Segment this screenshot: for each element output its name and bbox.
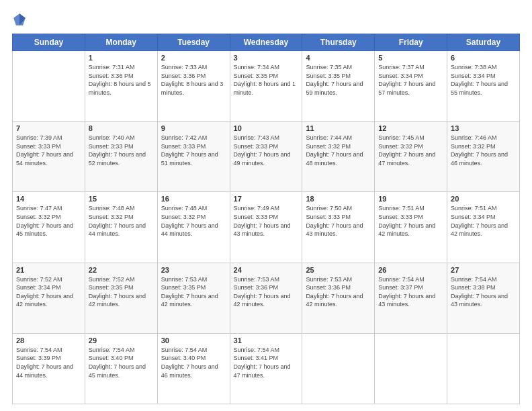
day-number: 8 xyxy=(89,124,154,132)
day-info: Sunrise: 7:49 AMSunset: 3:33 PMDaylight:… xyxy=(234,204,299,238)
day-number: 27 xyxy=(451,266,516,274)
calendar-cell xyxy=(302,333,375,404)
day-info: Sunrise: 7:54 AMSunset: 3:39 PMDaylight:… xyxy=(16,346,81,379)
calendar-cell: 29Sunrise: 7:54 AMSunset: 3:40 PMDayligh… xyxy=(85,333,157,404)
calendar-cell: 11Sunrise: 7:44 AMSunset: 3:32 PMDayligh… xyxy=(302,122,375,192)
calendar-week-row: 28Sunrise: 7:54 AMSunset: 3:39 PMDayligh… xyxy=(13,333,520,404)
day-number: 20 xyxy=(451,195,516,203)
day-info: Sunrise: 7:54 AMSunset: 3:37 PMDaylight:… xyxy=(378,275,443,309)
day-number: 19 xyxy=(378,195,443,203)
day-info: Sunrise: 7:33 AMSunset: 3:36 PMDaylight:… xyxy=(161,63,226,97)
calendar-week-row: 7Sunrise: 7:39 AMSunset: 3:33 PMDaylight… xyxy=(13,122,520,192)
day-number: 7 xyxy=(16,124,81,132)
day-number: 3 xyxy=(234,54,299,62)
day-number: 17 xyxy=(234,195,299,203)
day-info: Sunrise: 7:54 AMSunset: 3:38 PMDaylight:… xyxy=(451,275,516,309)
day-info: Sunrise: 7:48 AMSunset: 3:32 PMDaylight:… xyxy=(161,204,226,238)
day-info: Sunrise: 7:31 AMSunset: 3:36 PMDaylight:… xyxy=(89,63,154,97)
calendar-cell: 30Sunrise: 7:54 AMSunset: 3:40 PMDayligh… xyxy=(157,333,230,404)
calendar-week-row: 14Sunrise: 7:47 AMSunset: 3:32 PMDayligh… xyxy=(13,192,520,263)
day-info: Sunrise: 7:39 AMSunset: 3:33 PMDaylight:… xyxy=(16,134,81,167)
calendar-cell: 17Sunrise: 7:49 AMSunset: 3:33 PMDayligh… xyxy=(230,192,302,263)
day-info: Sunrise: 7:47 AMSunset: 3:32 PMDaylight:… xyxy=(16,204,81,238)
day-info: Sunrise: 7:42 AMSunset: 3:33 PMDaylight:… xyxy=(161,134,226,167)
calendar-cell: 7Sunrise: 7:39 AMSunset: 3:33 PMDaylight… xyxy=(13,122,85,192)
day-number: 31 xyxy=(234,336,299,345)
calendar-week-row: 21Sunrise: 7:52 AMSunset: 3:34 PMDayligh… xyxy=(13,263,520,333)
calendar-cell: 2Sunrise: 7:33 AMSunset: 3:36 PMDaylight… xyxy=(157,51,230,122)
day-info: Sunrise: 7:53 AMSunset: 3:36 PMDaylight:… xyxy=(234,275,299,309)
calendar-cell: 19Sunrise: 7:51 AMSunset: 3:33 PMDayligh… xyxy=(375,192,447,263)
day-info: Sunrise: 7:38 AMSunset: 3:34 PMDaylight:… xyxy=(451,63,516,97)
day-number: 9 xyxy=(161,124,226,132)
calendar-cell: 24Sunrise: 7:53 AMSunset: 3:36 PMDayligh… xyxy=(230,263,302,333)
day-info: Sunrise: 7:50 AMSunset: 3:33 PMDaylight:… xyxy=(306,204,371,238)
weekday-header: Monday xyxy=(85,34,157,51)
day-info: Sunrise: 7:54 AMSunset: 3:41 PMDaylight:… xyxy=(234,346,299,379)
weekday-header: Tuesday xyxy=(157,34,230,51)
calendar-cell: 26Sunrise: 7:54 AMSunset: 3:37 PMDayligh… xyxy=(375,263,447,333)
day-info: Sunrise: 7:53 AMSunset: 3:36 PMDaylight:… xyxy=(306,275,371,309)
day-number: 5 xyxy=(378,54,443,62)
day-info: Sunrise: 7:52 AMSunset: 3:35 PMDaylight:… xyxy=(89,275,154,309)
day-info: Sunrise: 7:45 AMSunset: 3:32 PMDaylight:… xyxy=(378,134,443,167)
calendar-cell: 5Sunrise: 7:37 AMSunset: 3:34 PMDaylight… xyxy=(375,51,447,122)
calendar-cell: 27Sunrise: 7:54 AMSunset: 3:38 PMDayligh… xyxy=(447,263,520,333)
calendar-cell: 15Sunrise: 7:48 AMSunset: 3:32 PMDayligh… xyxy=(85,192,157,263)
calendar-cell: 22Sunrise: 7:52 AMSunset: 3:35 PMDayligh… xyxy=(85,263,157,333)
day-number: 12 xyxy=(378,124,443,132)
calendar-cell: 31Sunrise: 7:54 AMSunset: 3:41 PMDayligh… xyxy=(230,333,302,404)
calendar-cell: 14Sunrise: 7:47 AMSunset: 3:32 PMDayligh… xyxy=(13,192,85,263)
calendar-cell: 21Sunrise: 7:52 AMSunset: 3:34 PMDayligh… xyxy=(13,263,85,333)
day-info: Sunrise: 7:54 AMSunset: 3:40 PMDaylight:… xyxy=(89,346,154,379)
day-info: Sunrise: 7:51 AMSunset: 3:33 PMDaylight:… xyxy=(378,204,443,238)
day-info: Sunrise: 7:37 AMSunset: 3:34 PMDaylight:… xyxy=(378,63,443,97)
calendar-cell xyxy=(13,51,85,122)
day-info: Sunrise: 7:46 AMSunset: 3:32 PMDaylight:… xyxy=(451,134,516,167)
day-number: 29 xyxy=(89,336,154,345)
day-number: 4 xyxy=(306,54,371,62)
day-number: 28 xyxy=(16,336,81,345)
day-number: 14 xyxy=(16,195,81,203)
calendar-table: SundayMondayTuesdayWednesdayThursdayFrid… xyxy=(12,34,520,404)
day-number: 1 xyxy=(89,54,154,62)
calendar-cell: 10Sunrise: 7:43 AMSunset: 3:33 PMDayligh… xyxy=(230,122,302,192)
calendar-cell: 1Sunrise: 7:31 AMSunset: 3:36 PMDaylight… xyxy=(85,51,157,122)
day-info: Sunrise: 7:51 AMSunset: 3:34 PMDaylight:… xyxy=(451,204,516,238)
day-info: Sunrise: 7:48 AMSunset: 3:32 PMDaylight:… xyxy=(89,204,154,238)
weekday-header: Sunday xyxy=(13,34,85,51)
calendar-cell xyxy=(375,333,447,404)
calendar-cell: 18Sunrise: 7:50 AMSunset: 3:33 PMDayligh… xyxy=(302,192,375,263)
calendar-cell: 28Sunrise: 7:54 AMSunset: 3:39 PMDayligh… xyxy=(13,333,85,404)
calendar-cell: 3Sunrise: 7:34 AMSunset: 3:35 PMDaylight… xyxy=(230,51,302,122)
calendar-cell xyxy=(447,333,520,404)
calendar-cell: 20Sunrise: 7:51 AMSunset: 3:34 PMDayligh… xyxy=(447,192,520,263)
day-info: Sunrise: 7:43 AMSunset: 3:33 PMDaylight:… xyxy=(234,134,299,167)
logo-icon xyxy=(12,12,27,27)
calendar-cell: 8Sunrise: 7:40 AMSunset: 3:33 PMDaylight… xyxy=(85,122,157,192)
day-info: Sunrise: 7:34 AMSunset: 3:35 PMDaylight:… xyxy=(234,63,299,97)
calendar-week-row: 1Sunrise: 7:31 AMSunset: 3:36 PMDaylight… xyxy=(13,51,520,122)
calendar-cell: 9Sunrise: 7:42 AMSunset: 3:33 PMDaylight… xyxy=(157,122,230,192)
day-number: 10 xyxy=(234,124,299,132)
day-info: Sunrise: 7:52 AMSunset: 3:34 PMDaylight:… xyxy=(16,275,81,309)
day-number: 24 xyxy=(234,266,299,274)
calendar-cell: 4Sunrise: 7:35 AMSunset: 3:35 PMDaylight… xyxy=(302,51,375,122)
logo xyxy=(12,12,29,27)
day-number: 22 xyxy=(89,266,154,274)
day-number: 26 xyxy=(378,266,443,274)
day-number: 13 xyxy=(451,124,516,132)
day-number: 16 xyxy=(161,195,226,203)
day-number: 11 xyxy=(306,124,371,132)
day-number: 2 xyxy=(161,54,226,62)
calendar-cell: 6Sunrise: 7:38 AMSunset: 3:34 PMDaylight… xyxy=(447,51,520,122)
weekday-header: Saturday xyxy=(447,34,520,51)
calendar-header-row: SundayMondayTuesdayWednesdayThursdayFrid… xyxy=(13,34,520,51)
day-number: 15 xyxy=(89,195,154,203)
day-number: 25 xyxy=(306,266,371,274)
day-info: Sunrise: 7:44 AMSunset: 3:32 PMDaylight:… xyxy=(306,134,371,167)
calendar-cell: 16Sunrise: 7:48 AMSunset: 3:32 PMDayligh… xyxy=(157,192,230,263)
page: SundayMondayTuesdayWednesdayThursdayFrid… xyxy=(0,0,532,411)
day-number: 18 xyxy=(306,195,371,203)
calendar-cell: 25Sunrise: 7:53 AMSunset: 3:36 PMDayligh… xyxy=(302,263,375,333)
